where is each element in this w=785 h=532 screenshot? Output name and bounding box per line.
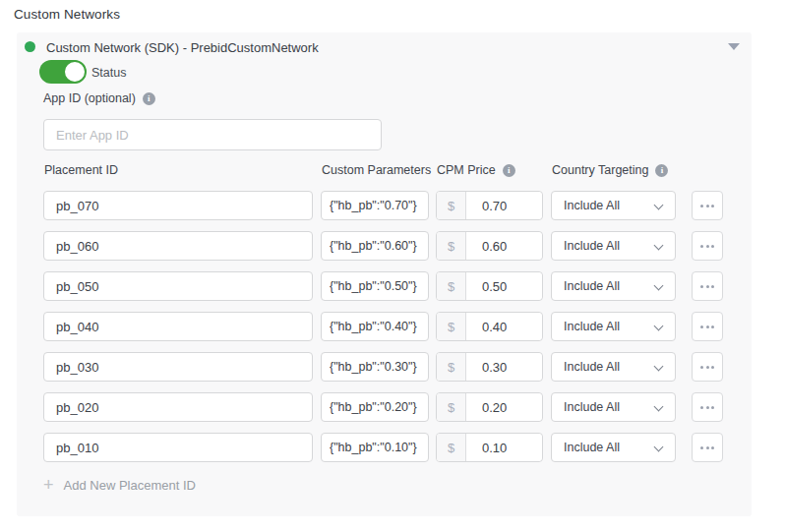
currency-symbol: $ bbox=[437, 434, 466, 461]
currency-symbol: $ bbox=[437, 272, 466, 300]
column-headers: Placement ID Custom Parameters CPM Price… bbox=[17, 163, 752, 181]
status-label: Status bbox=[91, 66, 126, 80]
cpm-price-field: $ bbox=[436, 433, 543, 462]
table-row: $ Include All bbox=[43, 271, 752, 301]
chevron-down-icon bbox=[654, 402, 664, 412]
column-header-cpm-price: CPM Price bbox=[437, 163, 496, 177]
cpm-price-field: $ bbox=[436, 191, 543, 220]
cpm-price-input[interactable] bbox=[466, 313, 542, 340]
table-row: $ Include All bbox=[43, 392, 752, 422]
placement-id-input[interactable] bbox=[43, 433, 313, 462]
custom-parameters-input[interactable] bbox=[321, 231, 429, 261]
ellipsis-icon bbox=[700, 285, 703, 288]
app-id-input[interactable] bbox=[43, 119, 382, 150]
page-title: Custom Networks bbox=[14, 7, 120, 22]
custom-parameters-input[interactable] bbox=[321, 433, 429, 462]
table-row: $ Include All bbox=[43, 312, 752, 341]
placement-id-input[interactable] bbox=[43, 392, 313, 422]
more-options-button[interactable] bbox=[692, 433, 723, 462]
country-targeting-value: Include All bbox=[564, 320, 620, 333]
country-targeting-select[interactable]: Include All bbox=[551, 271, 676, 301]
more-options-button[interactable] bbox=[692, 392, 723, 422]
cpm-price-field: $ bbox=[436, 231, 543, 261]
custom-network-card: Custom Network (SDK) - PrebidCustomNetwo… bbox=[17, 32, 752, 516]
more-options-button[interactable] bbox=[692, 191, 723, 220]
status-toggle-knob bbox=[63, 60, 87, 84]
currency-symbol: $ bbox=[437, 232, 466, 260]
country-targeting-value: Include All bbox=[564, 199, 620, 212]
cpm-price-input[interactable] bbox=[466, 232, 542, 260]
info-icon[interactable]: i bbox=[503, 164, 515, 177]
table-row: $ Include All bbox=[43, 352, 752, 382]
country-targeting-value: Include All bbox=[564, 239, 620, 253]
country-targeting-select[interactable]: Include All bbox=[551, 191, 676, 220]
cpm-price-input[interactable] bbox=[466, 393, 542, 421]
table-row: $ Include All bbox=[43, 191, 752, 220]
add-placement-label: Add New Placement ID bbox=[64, 478, 196, 493]
country-targeting-select[interactable]: Include All bbox=[551, 231, 676, 261]
chevron-down-icon bbox=[654, 241, 664, 251]
country-targeting-value: Include All bbox=[564, 441, 620, 454]
country-targeting-select[interactable]: Include All bbox=[551, 433, 676, 462]
collapse-caret-icon[interactable] bbox=[728, 43, 740, 50]
placement-id-input[interactable] bbox=[43, 231, 313, 261]
country-targeting-value: Include All bbox=[564, 400, 620, 414]
currency-symbol: $ bbox=[437, 353, 466, 381]
custom-parameters-input[interactable] bbox=[321, 352, 429, 382]
cpm-price-input[interactable] bbox=[466, 434, 542, 461]
cpm-price-input[interactable] bbox=[466, 272, 542, 300]
info-icon[interactable]: i bbox=[143, 92, 155, 105]
placement-id-input[interactable] bbox=[43, 271, 313, 301]
country-targeting-select[interactable]: Include All bbox=[551, 352, 676, 382]
custom-parameters-input[interactable] bbox=[321, 392, 429, 422]
placement-id-input[interactable] bbox=[43, 352, 313, 382]
ellipsis-icon bbox=[700, 446, 703, 449]
table-row: $ Include All bbox=[43, 433, 752, 462]
ellipsis-icon bbox=[700, 205, 703, 207]
cpm-price-field: $ bbox=[436, 352, 543, 382]
currency-symbol: $ bbox=[437, 192, 466, 219]
app-id-label: App ID (optional) bbox=[43, 91, 136, 105]
add-placement-button[interactable]: + Add New Placement ID bbox=[43, 476, 196, 494]
network-title: Custom Network (SDK) - PrebidCustomNetwo… bbox=[46, 40, 319, 55]
status-toggle[interactable] bbox=[39, 60, 85, 84]
plus-icon: + bbox=[43, 476, 54, 494]
cpm-price-field: $ bbox=[436, 392, 543, 422]
currency-symbol: $ bbox=[437, 313, 466, 340]
ellipsis-icon bbox=[700, 245, 703, 248]
more-options-button[interactable] bbox=[692, 352, 723, 382]
custom-parameters-input[interactable] bbox=[321, 271, 429, 301]
more-options-button[interactable] bbox=[692, 312, 723, 341]
cpm-price-field: $ bbox=[436, 312, 543, 341]
column-header-placement-id: Placement ID bbox=[44, 163, 118, 177]
column-header-custom-parameters: Custom Parameters bbox=[322, 163, 431, 177]
chevron-down-icon bbox=[654, 201, 664, 210]
chevron-down-icon bbox=[654, 362, 664, 372]
cpm-price-input[interactable] bbox=[466, 192, 542, 219]
info-icon[interactable]: i bbox=[655, 164, 668, 177]
ellipsis-icon bbox=[700, 366, 703, 369]
placement-rows: $ Include All $ Include All $ bbox=[17, 191, 752, 473]
country-targeting-value: Include All bbox=[564, 360, 620, 374]
cpm-price-field: $ bbox=[436, 271, 543, 301]
currency-symbol: $ bbox=[437, 393, 466, 421]
more-options-button[interactable] bbox=[692, 271, 723, 301]
custom-parameters-input[interactable] bbox=[321, 312, 429, 341]
chevron-down-icon bbox=[654, 281, 664, 291]
network-status-dot-icon bbox=[25, 41, 35, 52]
ellipsis-icon bbox=[700, 406, 703, 409]
more-options-button[interactable] bbox=[692, 231, 723, 261]
chevron-down-icon bbox=[654, 443, 664, 452]
country-targeting-select[interactable]: Include All bbox=[551, 312, 676, 341]
table-row: $ Include All bbox=[43, 231, 752, 261]
country-targeting-value: Include All bbox=[564, 279, 620, 293]
country-targeting-select[interactable]: Include All bbox=[551, 392, 676, 422]
cpm-price-input[interactable] bbox=[466, 353, 542, 381]
placement-id-input[interactable] bbox=[43, 312, 313, 341]
custom-parameters-input[interactable] bbox=[321, 191, 429, 220]
chevron-down-icon bbox=[654, 322, 664, 331]
ellipsis-icon bbox=[700, 325, 703, 328]
placement-id-input[interactable] bbox=[43, 191, 313, 220]
column-header-country-targeting: Country Targeting bbox=[552, 163, 648, 177]
